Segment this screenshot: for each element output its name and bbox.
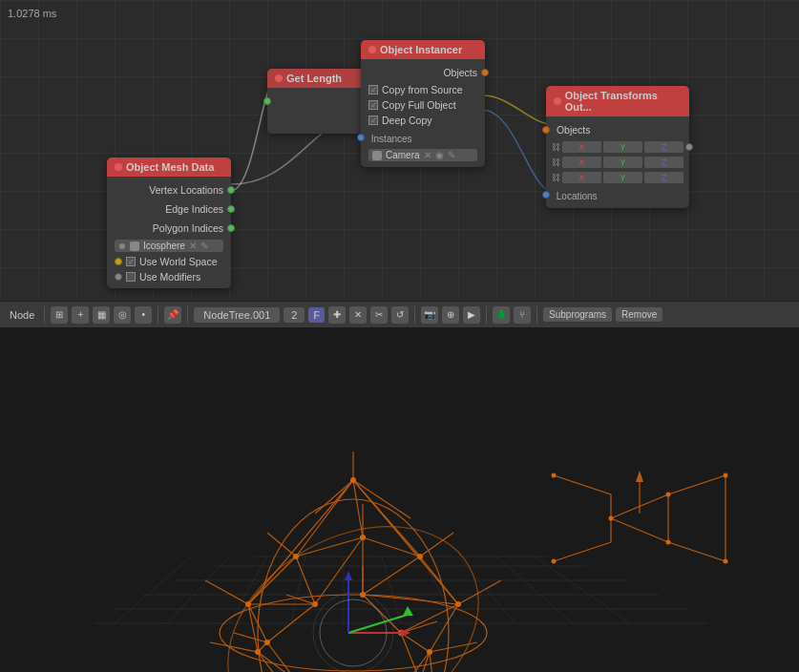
viewport[interactable] [0, 327, 799, 672]
use-world-space-row[interactable]: Use World Space [107, 254, 231, 269]
xyz-row-2: ⛓ X Y Z [546, 155, 689, 170]
eye-icon[interactable]: ◉ [435, 150, 444, 160]
transforms-objects-in-socket [542, 126, 550, 134]
use-world-space-label: Use World Space [139, 256, 218, 267]
svg-point-95 [455, 601, 461, 607]
node-transforms-title: Object Transforms Out... [565, 90, 682, 113]
remove-button[interactable]: Remove [616, 307, 662, 322]
node-get-length[interactable]: Get Length [267, 69, 372, 134]
instances-socket [357, 134, 365, 141]
svg-point-138 [666, 493, 671, 497]
use-modifiers-row[interactable]: Use Modifiers [107, 269, 231, 284]
use-world-space-checkbox[interactable] [126, 257, 136, 266]
camera-label: Camera [386, 150, 420, 160]
subprograms-button[interactable]: Subprograms [543, 307, 612, 322]
transforms-objects-row: Objects [546, 120, 689, 139]
edit-icon[interactable]: ✎ [200, 241, 208, 251]
dot-icon[interactable]: • [135, 306, 152, 324]
node-transforms-out[interactable]: Object Transforms Out... Objects ⛓ X Y Z… [546, 86, 689, 208]
separator-6 [536, 306, 537, 324]
z-btn-3[interactable]: Z [644, 172, 683, 183]
copy-from-source-checkbox[interactable] [368, 85, 378, 94]
x-btn-3[interactable]: X [562, 172, 601, 183]
copy-full-object-label: Copy Full Object [382, 99, 456, 111]
transforms-locations-label: Locations [557, 191, 598, 201]
link-icon-2: ⛓ [552, 158, 560, 167]
tree-icon[interactable]: 🌲 [493, 306, 510, 324]
copy-full-object-row[interactable]: Copy Full Object [361, 97, 485, 113]
separator-5 [486, 306, 487, 324]
node-dot [368, 46, 376, 53]
transforms-output-socket [685, 143, 693, 151]
branch-icon[interactable]: ⑂ [514, 306, 531, 324]
timing-label: 1.0278 ms [8, 8, 56, 19]
refresh-icon[interactable]: ↺ [391, 306, 409, 324]
use-modifiers-checkbox[interactable] [126, 272, 136, 282]
pin-icon[interactable]: 📌 [164, 306, 181, 324]
cross-icon[interactable]: ✚ [328, 306, 346, 324]
node-instancer[interactable]: Object Instancer Objects Copy from Sourc… [361, 40, 485, 167]
node-instancer-title: Object Instancer [380, 44, 462, 55]
node-transforms-header: Object Transforms Out... [546, 86, 689, 116]
nodetree-input[interactable]: NodeTree.001 [194, 307, 280, 323]
z-btn-1[interactable]: Z [644, 141, 683, 153]
svg-point-102 [255, 649, 261, 655]
svg-rect-0 [0, 327, 799, 672]
instancer-objects-label-row: Objects [361, 63, 485, 82]
instancer-objects-socket [481, 69, 489, 76]
object-input-pill[interactable]: Icosphere ✕ ✎ [115, 240, 223, 252]
polygon-indices-socket [227, 224, 235, 232]
node-transforms-body: Objects ⛓ X Y Z ⛓ X Y Z ⛓ X Y Z [546, 116, 689, 208]
render-icon[interactable]: ▶ [463, 306, 480, 324]
svg-point-140 [724, 473, 728, 478]
node-mesh-data-title: Object Mesh Data [126, 161, 214, 173]
use-modifiers-label: Use Modifiers [139, 271, 200, 283]
node-mesh-data-body: Vertex Locations Edge Indices Polygon In… [107, 177, 231, 288]
node-dot [115, 163, 122, 171]
camera-instance-pill[interactable]: Camera ✕ ◉ ✎ [368, 149, 477, 161]
node-editor[interactable]: 1.0278 ms Object Mesh Data Vertex Locati… [0, 0, 799, 301]
layer-icon[interactable]: ⊕ [442, 306, 459, 324]
add-icon[interactable]: + [72, 306, 89, 324]
node-mesh-data[interactable]: Object Mesh Data Vertex Locations Edge I… [107, 158, 231, 288]
number-field[interactable]: 2 [284, 307, 305, 323]
box-icon[interactable]: ▦ [93, 306, 110, 324]
close-icon[interactable]: ✕ [424, 150, 431, 160]
instances-label-row: Instances [361, 128, 485, 147]
scissors-icon[interactable]: ✂ [370, 306, 388, 324]
node-get-length-header: Get Length [267, 69, 372, 88]
instancer-objects-label: Objects [443, 67, 477, 78]
svg-point-142 [552, 473, 557, 478]
y-btn-3[interactable]: Y [603, 172, 642, 183]
svg-point-107 [312, 601, 318, 607]
copy-from-source-label: Copy from Source [382, 84, 463, 95]
instances-label: Instances [371, 134, 412, 144]
vertex-locations-label: Vertex Locations [149, 184, 223, 196]
node-mesh-data-header: Object Mesh Data [107, 158, 231, 177]
y-btn-1[interactable]: Y [603, 141, 642, 153]
edge-indices-label: Edge Indices [165, 203, 223, 215]
camera-tb-icon[interactable]: 📷 [421, 306, 438, 324]
grid-icon[interactable]: ⊞ [51, 306, 68, 324]
deep-copy-row[interactable]: Deep Copy [361, 113, 485, 128]
z-btn-2[interactable]: Z [644, 157, 683, 168]
x-icon[interactable]: ✕ [349, 306, 367, 324]
svg-point-109 [264, 640, 270, 645]
x-btn-1[interactable]: X [562, 141, 601, 153]
xyz-row-3: ⛓ X Y Z [546, 170, 689, 185]
get-length-output-row [267, 111, 372, 130]
link-icon-1: ⛓ [552, 142, 560, 152]
get-length-input-socket [263, 97, 271, 105]
close-icon[interactable]: ✕ [189, 241, 197, 251]
f-badge[interactable]: F [308, 307, 325, 323]
circle-icon[interactable]: ◎ [114, 306, 131, 324]
edit-icon[interactable]: ✎ [448, 150, 455, 160]
copy-full-object-checkbox[interactable] [368, 100, 378, 110]
separator-2 [158, 306, 158, 324]
x-btn-2[interactable]: X [562, 157, 601, 168]
edge-indices-row: Edge Indices [107, 200, 231, 219]
deep-copy-checkbox[interactable] [368, 116, 378, 125]
node-get-length-body [267, 88, 372, 134]
y-btn-2[interactable]: Y [603, 157, 642, 168]
copy-from-source-row[interactable]: Copy from Source [361, 82, 485, 97]
